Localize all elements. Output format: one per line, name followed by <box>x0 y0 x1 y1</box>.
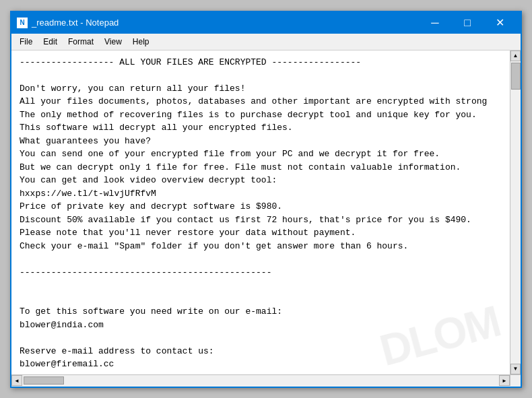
scroll-right-button[interactable]: ► <box>499 375 510 386</box>
horizontal-scrollbar[interactable]: ◄ ► <box>11 375 510 386</box>
scrollbar-corner <box>510 375 521 386</box>
text-editor[interactable]: ------------------ ALL YOUR FILES ARE EN… <box>11 51 510 374</box>
menu-edit[interactable]: Edit <box>38 35 63 48</box>
app-icon: N <box>17 18 28 28</box>
menu-bar: File Edit Format View Help <box>11 34 521 51</box>
scroll-track-x[interactable] <box>22 376 499 385</box>
scroll-thumb-x[interactable] <box>24 376 64 385</box>
scroll-thumb-y[interactable] <box>511 63 521 90</box>
menu-format[interactable]: Format <box>63 35 99 48</box>
menu-view[interactable]: View <box>99 35 127 48</box>
content-area: ------------------ ALL YOUR FILES ARE EN… <box>11 51 521 374</box>
window-controls: ─ □ ✕ <box>420 12 515 34</box>
scroll-track-y[interactable] <box>510 61 521 364</box>
menu-file[interactable]: File <box>14 35 38 48</box>
scroll-down-button[interactable]: ▼ <box>510 364 521 374</box>
vertical-scrollbar[interactable]: ▲ ▼ <box>510 51 521 374</box>
scroll-left-button[interactable]: ◄ <box>11 375 22 386</box>
title-bar: N _readme.txt - Notepad ─ □ ✕ <box>11 12 521 34</box>
window-title: _readme.txt - Notepad <box>32 18 420 28</box>
bottom-bar: ◄ ► <box>11 374 521 387</box>
menu-help[interactable]: Help <box>127 35 155 48</box>
scroll-up-button[interactable]: ▲ <box>510 51 521 61</box>
maximize-button[interactable]: □ <box>452 12 483 34</box>
close-button[interactable]: ✕ <box>484 12 515 34</box>
minimize-button[interactable]: ─ <box>420 12 451 34</box>
notepad-window: N _readme.txt - Notepad ─ □ ✕ File Edit … <box>10 11 522 388</box>
